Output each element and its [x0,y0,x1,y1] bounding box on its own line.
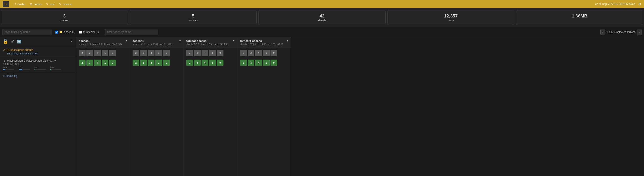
shard-cell-unassigned[interactable]: 1 [209,50,216,56]
shard-cell-assigned[interactable]: 1 [263,60,270,66]
topnav: K ⬡ cluster ⊞ nodes ✎ rest ✎ more ▾ es @… [0,0,644,8]
shard-cell-unassigned[interactable]: 0 [270,50,277,56]
shard-cell-unassigned[interactable]: 4 [94,50,101,56]
star-icon: ✱ [83,30,85,34]
index-dropdown-icon[interactable]: ▾ [233,39,234,42]
shard-cell-assigned[interactable]: 2 [79,60,86,66]
heap-bar-fill [3,69,5,70]
filter-nodes-input[interactable] [104,29,158,35]
shard-cell-assigned[interactable]: 3 [140,60,147,66]
filter-indices-input[interactable] [2,29,52,35]
index-dropdown-icon[interactable]: ▾ [287,39,288,42]
shard-cell-assigned[interactable]: 0 [270,60,277,66]
shard-cell-assigned[interactable]: 4 [255,60,262,66]
actions-bar: 🔓 ⤢ 🔤 ▼ [0,37,76,46]
shard-cell-assigned[interactable]: 3 [194,60,201,66]
index-name[interactable]: access1 [132,39,172,42]
shard-cell-assigned[interactable]: 0 [109,60,116,66]
closed-label[interactable]: 📁 closed (0) [55,30,76,34]
lock-icon[interactable]: 🔓 [3,39,8,44]
shard-cell-unassigned[interactable]: 2 [79,50,86,56]
shard-cell-unassigned[interactable]: 2 [240,50,247,56]
index-name[interactable]: tomcat1-access [240,39,283,42]
shard-cell-assigned[interactable]: 4 [148,60,154,66]
shard-cell-unassigned[interactable]: 1 [156,50,162,56]
stats-bar: 3 nodes 5 indices 42 shards 12,357 docs … [0,8,644,27]
shard-cell-assigned[interactable]: 1 [102,60,108,66]
toolbar: 📁 closed (0) ✱ special (1) ‹ 1-4 of 4 se… [0,27,644,37]
nav-rest[interactable]: ✎ rest [46,2,55,6]
special-checkbox[interactable] [79,31,82,34]
nav-nodes[interactable]: ⊞ nodes [30,2,42,6]
cpu-label: cpu [34,66,46,69]
shard-cell-assigned[interactable]: 4 [202,60,208,66]
shard-cell-assigned[interactable]: 1 [156,60,162,66]
index-name[interactable]: tomcat-access [186,39,229,42]
index-meta: shards: 5 * 2 | docs: 216 | size: 98.87K… [132,43,172,46]
index-name[interactable]: access [79,39,122,42]
node-expand-icon[interactable]: ▾ [54,59,56,62]
assigned-shards-row: 23410 [130,58,184,68]
nav-cluster[interactable]: ⬡ cluster [14,2,26,6]
shard-cell-unassigned[interactable]: 1 [102,50,108,56]
stat-nodes-label: nodes [3,18,126,22]
shard-cell-unassigned[interactable]: 3 [86,50,93,56]
shard-cell-assigned[interactable]: 3 [86,60,93,66]
shard-cell-assigned[interactable]: 4 [94,60,101,66]
show-unhealthy-link[interactable]: show only unhealthy indices [3,52,73,55]
index-dropdown-icon[interactable]: ▾ [126,39,127,42]
shard-cell-unassigned[interactable]: 2 [186,50,193,56]
index-header: access1 shards: 5 * 2 | docs: 216 | size… [130,37,184,48]
stat-indices-num: 5 [132,14,254,18]
nav-more[interactable]: ✎ more ▾ [59,2,72,6]
shard-cell-unassigned[interactable]: 4 [255,50,262,56]
topnav-left: K ⬡ cluster ⊞ nodes ✎ rest ✎ more ▾ [3,1,72,7]
expand-icon[interactable]: ⤢ [11,39,14,44]
next-page-button[interactable]: › [637,30,642,34]
index-meta: shards: 5 * 2 | docs: 1,666 | size: 191.… [240,43,283,46]
shard-cell-unassigned[interactable]: 3 [194,50,201,56]
show-log-section[interactable]: ⊙ show log [0,72,76,80]
shard-cell-assigned[interactable]: 0 [217,60,224,66]
unassigned-shards-row: 23410 [76,48,130,58]
index-header: tomcat1-access shards: 5 * 2 | docs: 1,6… [237,37,291,48]
logo[interactable]: K [3,1,9,7]
settings-icon[interactable]: ⚙ [638,2,641,6]
closed-checkbox[interactable] [55,31,58,34]
assigned-shards-row: 23410 [184,58,237,68]
index-dropdown-icon[interactable]: ▾ [179,39,181,42]
index-col-tomcat-access: tomcat-access shards: 5 * 2 | docs: 8,26… [184,37,237,176]
shard-cell-assigned[interactable]: 2 [132,60,139,66]
dropdown-arrow-icon[interactable]: ▼ [70,40,73,43]
show-log-label: show log [6,74,17,78]
node-metrics: heap disk cpu [3,66,73,70]
shard-cell-unassigned[interactable]: 2 [132,50,139,56]
shard-cell-unassigned[interactable]: 1 [263,50,270,56]
heap-label: heap [3,66,14,69]
disk-label: disk [19,66,30,69]
shard-cell-assigned[interactable]: 0 [163,60,170,66]
stat-docs-label: docs [390,18,512,22]
shard-cell-unassigned[interactable]: 3 [248,50,254,56]
index-meta: shards: 5 * 2 | docs: 2,210 | size: 604.… [79,43,122,46]
shard-cell-assigned[interactable]: 2 [240,60,247,66]
sort-az-icon[interactable]: 🔤 [17,40,22,44]
shard-cell-assigned[interactable]: 2 [186,60,193,66]
shard-cell-assigned[interactable]: 3 [248,60,254,66]
node-name: elasticsearch-2-elasticsearch-datano... [7,59,53,62]
prev-page-button[interactable]: ‹ [600,30,605,34]
shard-cell-assigned[interactable]: 1 [209,60,216,66]
special-label[interactable]: ✱ special (1) [79,30,99,34]
stat-size: 1.66MB [516,10,643,25]
stat-nodes-num: 3 [3,14,126,18]
shard-cell-unassigned[interactable]: 4 [148,50,154,56]
shard-cell-unassigned[interactable]: 0 [109,50,116,56]
shard-cell-unassigned[interactable]: 0 [163,50,170,56]
shard-cell-unassigned[interactable]: 4 [202,50,208,56]
disk-bar-bg [19,69,30,70]
left-panel: 🔓 ⤢ 🔤 ▼ ⚠ 21 unassigned shards show only… [0,37,76,176]
shard-cell-unassigned[interactable]: 3 [140,50,147,56]
shard-cell-unassigned[interactable]: 0 [217,50,224,56]
server-icon: 🖥 [3,59,6,62]
metric-disk: disk [19,66,30,70]
